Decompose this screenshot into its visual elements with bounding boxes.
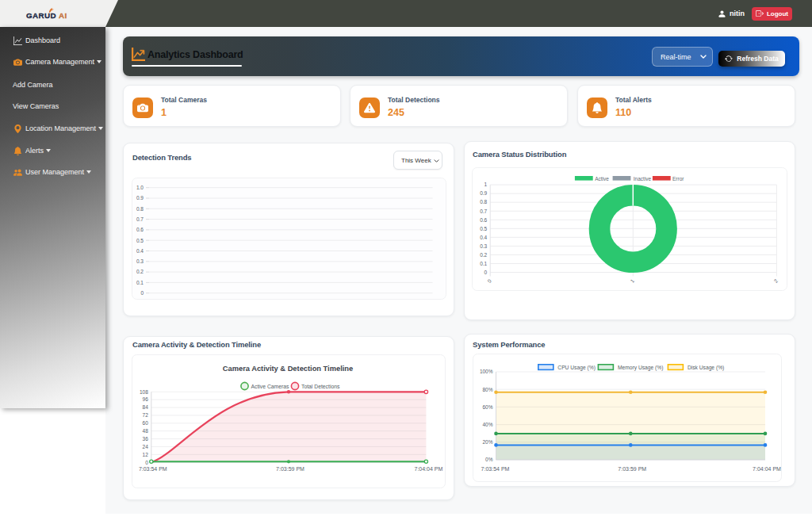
svg-text:84: 84 — [143, 404, 149, 410]
svg-text:0.3: 0.3 — [480, 243, 487, 249]
svg-text:CPU Usage (%): CPU Usage (%) — [557, 365, 596, 371]
svg-text:7:03:54 PM: 7:03:54 PM — [481, 466, 510, 472]
svg-text:0: 0 — [145, 460, 148, 465]
svg-text:100%: 100% — [480, 369, 493, 374]
svg-text:Active Cameras: Active Cameras — [251, 384, 290, 389]
svg-text:0.4: 0.4 — [136, 248, 144, 254]
svg-text:Total Detections: Total Detections — [301, 384, 340, 389]
svg-text:60: 60 — [143, 420, 149, 426]
svg-text:0.6: 0.6 — [136, 227, 144, 232]
svg-text:48: 48 — [143, 428, 149, 434]
svg-text:1: 1 — [485, 182, 488, 187]
svg-text:0: 0 — [485, 270, 488, 275]
svg-text:Active: Active — [595, 176, 609, 182]
svg-text:72: 72 — [143, 412, 149, 418]
svg-text:Disk Usage (%): Disk Usage (%) — [688, 365, 724, 371]
svg-text:Inactive: Inactive — [634, 176, 652, 182]
svg-text:0.6: 0.6 — [480, 217, 487, 223]
svg-text:7:04:04 PM: 7:04:04 PM — [414, 466, 442, 472]
svg-text:0.2: 0.2 — [136, 269, 144, 274]
svg-text:60%: 60% — [482, 404, 492, 410]
svg-text:24: 24 — [143, 444, 149, 449]
svg-text:80%: 80% — [482, 387, 492, 392]
svg-text:96: 96 — [143, 396, 149, 402]
svg-text:20%: 20% — [482, 439, 492, 445]
svg-text:0.7: 0.7 — [136, 216, 144, 222]
svg-text:7:03:59 PM: 7:03:59 PM — [276, 466, 304, 472]
svg-text:12: 12 — [143, 452, 149, 457]
svg-text:0.9: 0.9 — [480, 190, 487, 196]
svg-text:Camera Activity & Detection Ti: Camera Activity & Detection Timeline — [223, 365, 353, 373]
svg-text:0.7: 0.7 — [480, 208, 487, 214]
svg-text:7:03:59 PM: 7:03:59 PM — [618, 466, 646, 472]
svg-text:7:04:04 PM: 7:04:04 PM — [753, 466, 781, 472]
svg-text:Memory Usage (%): Memory Usage (%) — [618, 365, 664, 371]
svg-text:0.8: 0.8 — [136, 206, 144, 212]
svg-text:0.1: 0.1 — [480, 261, 487, 266]
svg-text:0.4: 0.4 — [480, 235, 487, 240]
svg-text:1.0: 1.0 — [136, 185, 144, 190]
svg-text:108: 108 — [140, 389, 148, 395]
svg-text:36: 36 — [143, 436, 149, 442]
svg-text:0.8: 0.8 — [480, 199, 487, 205]
svg-text:0.5: 0.5 — [136, 238, 144, 243]
svg-text:40%: 40% — [482, 422, 492, 427]
svg-text:0.3: 0.3 — [136, 258, 144, 264]
svg-text:0%: 0% — [485, 457, 493, 462]
svg-text:Error: Error — [672, 176, 684, 182]
svg-text:0.9: 0.9 — [136, 195, 144, 201]
svg-text:0: 0 — [140, 290, 144, 296]
svg-text:7:03:54 PM: 7:03:54 PM — [139, 466, 167, 472]
svg-text:0.5: 0.5 — [480, 226, 487, 231]
svg-text:0.2: 0.2 — [480, 252, 487, 258]
svg-text:0.1: 0.1 — [136, 280, 144, 285]
